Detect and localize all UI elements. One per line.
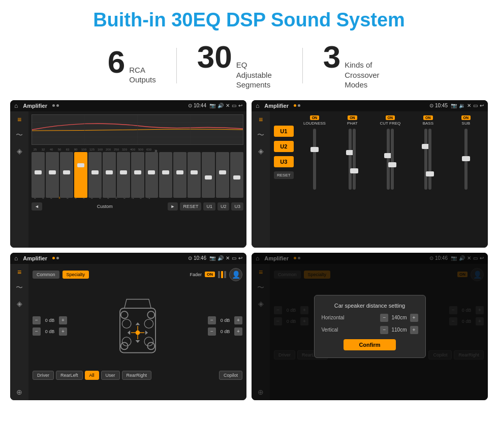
camera-icon-3: 📷 bbox=[209, 255, 215, 261]
eq-status-icons: 📷 🔊 ✕ ▭ ↩ bbox=[209, 103, 242, 108]
cutfreq-slider-1[interactable] bbox=[387, 129, 390, 190]
eq-main: 25 32 40 50 63 80 100 125 160 200 250 32… bbox=[28, 111, 246, 248]
channel-bass: ON BASS bbox=[410, 115, 446, 244]
eq-slider-2[interactable] bbox=[46, 152, 59, 198]
user-button[interactable]: User bbox=[101, 371, 120, 380]
db-plus-3[interactable]: + bbox=[234, 316, 242, 324]
volume-icon-2: 🔉 bbox=[459, 103, 465, 108]
eq-slider-8[interactable] bbox=[131, 152, 144, 198]
eq-icon-3[interactable]: ≡ bbox=[17, 268, 21, 276]
horizontal-minus[interactable]: − bbox=[380, 314, 388, 322]
bass-slider-2[interactable] bbox=[428, 129, 431, 190]
fader-app-name: Amplifier bbox=[23, 255, 47, 261]
eq-prev-button[interactable]: ◄ bbox=[32, 202, 42, 211]
bass-slider-1[interactable] bbox=[424, 129, 427, 190]
cutfreq-slider-2[interactable] bbox=[391, 129, 394, 190]
driver-button[interactable]: Driver bbox=[33, 371, 54, 380]
dialog-buttons: Confirm bbox=[322, 339, 418, 350]
close-icon-2[interactable]: ✕ bbox=[467, 103, 471, 108]
svg-point-13 bbox=[122, 337, 131, 346]
stat-crossover: 3 Kinds ofCrossover Modes bbox=[303, 41, 411, 90]
db-minus-4[interactable]: − bbox=[208, 327, 216, 336]
eq-slider-15[interactable] bbox=[230, 152, 243, 198]
loudness-slider[interactable] bbox=[313, 129, 316, 190]
eq-screen: ⌂ Amplifier ⊙ 10:44 📷 🔊 ✕ ▭ ↩ ≡ 〜 ◈ bbox=[10, 100, 246, 248]
car-diagram bbox=[71, 285, 204, 367]
eq-next-button[interactable]: ► bbox=[168, 202, 178, 211]
sub-slider[interactable] bbox=[464, 129, 468, 190]
stat-text-eq: EQ AdjustableSegments bbox=[236, 60, 282, 90]
eq-icon-2[interactable]: ≡ bbox=[259, 115, 263, 124]
home-icon-3[interactable]: ⌂ bbox=[14, 255, 18, 262]
bottom-buttons: Driver RearLeft All User RearRight Copil… bbox=[33, 371, 242, 380]
eq-u3-button[interactable]: U3 bbox=[231, 202, 243, 211]
eq-slider-13[interactable] bbox=[202, 152, 215, 198]
confirm-button[interactable]: Confirm bbox=[344, 339, 395, 350]
eq-reset-button[interactable]: RESET bbox=[180, 202, 201, 211]
db-plus-2[interactable]: + bbox=[59, 327, 67, 336]
eq-slider-9[interactable] bbox=[145, 152, 159, 198]
home-icon[interactable]: ⌂ bbox=[14, 102, 18, 109]
db-minus-1[interactable]: − bbox=[33, 316, 41, 324]
speaker-icon[interactable]: ◈ bbox=[17, 147, 22, 155]
all-button[interactable]: All bbox=[85, 371, 99, 380]
specialty-tab[interactable]: Specialty bbox=[63, 271, 89, 279]
stat-rca: 6 RCAOutputs bbox=[87, 46, 176, 85]
eq-u1-button[interactable]: U1 bbox=[203, 202, 215, 211]
channel-sub: ON SUB bbox=[448, 115, 484, 244]
copilot-button[interactable]: Copilot bbox=[219, 371, 242, 380]
home-icon-2[interactable]: ⌂ bbox=[256, 102, 259, 109]
reset-button[interactable]: RESET bbox=[274, 171, 294, 179]
db-minus-3[interactable]: − bbox=[208, 316, 216, 324]
screenshots-grid: ⌂ Amplifier ⊙ 10:44 📷 🔊 ✕ ▭ ↩ ≡ 〜 ◈ bbox=[0, 95, 498, 405]
wave-icon-2[interactable]: 〜 bbox=[257, 131, 264, 140]
phat-slider-1[interactable] bbox=[349, 129, 352, 190]
rearright-button[interactable]: RearRight bbox=[122, 371, 152, 380]
eq-slider-14[interactable] bbox=[216, 152, 229, 198]
phat-slider-2[interactable] bbox=[353, 129, 356, 190]
svg-point-17 bbox=[135, 330, 140, 335]
eq-slider-3[interactable] bbox=[60, 152, 73, 198]
u1-button[interactable]: U1 bbox=[274, 126, 294, 137]
crossover-time: ⊙ 10:45 bbox=[429, 103, 448, 108]
close-icon[interactable]: ✕ bbox=[226, 103, 230, 108]
db-plus-4[interactable]: + bbox=[234, 327, 242, 336]
common-tab[interactable]: Common bbox=[33, 271, 59, 279]
back-icon-2[interactable]: ↩ bbox=[480, 103, 484, 108]
rearleft-button[interactable]: RearLeft bbox=[56, 371, 83, 380]
fader-person-icon[interactable]: 👤 bbox=[229, 268, 242, 281]
window-icon-2[interactable]: ▭ bbox=[473, 103, 478, 108]
window-icon-3[interactable]: ▭ bbox=[232, 255, 236, 261]
close-icon-3[interactable]: ✕ bbox=[226, 255, 230, 261]
speaker-icon-2[interactable]: ◈ bbox=[258, 147, 264, 155]
eq-u2-button[interactable]: U2 bbox=[217, 202, 230, 211]
wave-icon[interactable]: 〜 bbox=[16, 131, 23, 140]
eq-slider-6[interactable] bbox=[103, 152, 116, 198]
horizontal-plus[interactable]: + bbox=[410, 314, 418, 322]
crossover-main: U1 U2 U3 RESET ON LOUDNESS bbox=[270, 111, 488, 248]
cutfreq-on: ON bbox=[386, 115, 395, 120]
eq-slider-5[interactable] bbox=[88, 152, 102, 198]
back-icon[interactable]: ↩ bbox=[238, 103, 242, 108]
fader-top-row: Common Specialty Fader ON 👤 bbox=[33, 268, 242, 281]
speaker-icon-3[interactable]: ◈ bbox=[17, 300, 22, 308]
arrow-icon[interactable]: ⊕ bbox=[16, 388, 22, 396]
vertical-plus[interactable]: + bbox=[410, 326, 418, 334]
stat-number-crossover: 3 bbox=[323, 41, 340, 73]
eq-slider-12[interactable] bbox=[188, 152, 201, 198]
svg-point-8 bbox=[147, 311, 154, 318]
u3-button[interactable]: U3 bbox=[274, 156, 294, 167]
eq-icon[interactable]: ≡ bbox=[17, 115, 21, 124]
window-icon[interactable]: ▭ bbox=[232, 103, 236, 108]
db-minus-2[interactable]: − bbox=[33, 327, 41, 336]
eq-slider-1[interactable] bbox=[32, 152, 45, 198]
eq-slider-11[interactable] bbox=[173, 152, 186, 198]
db-plus-1[interactable]: + bbox=[59, 316, 67, 324]
back-icon-3[interactable]: ↩ bbox=[238, 255, 242, 261]
eq-slider-4[interactable] bbox=[74, 152, 87, 198]
eq-slider-7[interactable] bbox=[117, 152, 130, 198]
vertical-minus[interactable]: − bbox=[380, 326, 388, 334]
u2-button[interactable]: U2 bbox=[274, 141, 294, 152]
wave-icon-3[interactable]: 〜 bbox=[16, 283, 23, 292]
eq-slider-10[interactable] bbox=[159, 152, 172, 198]
